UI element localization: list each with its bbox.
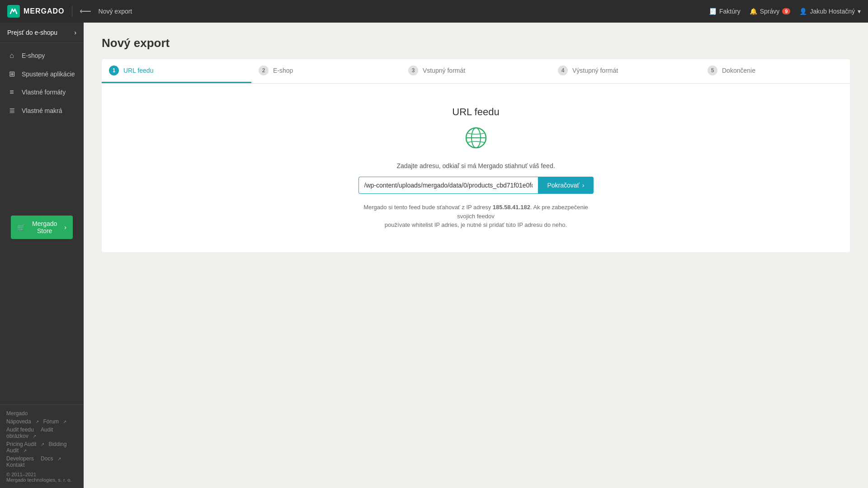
sidebar-nav: ⌂ E-shopy ⊞ Spustené aplikácie ≡ Vlastné…	[0, 43, 84, 206]
footer-kontakt-link[interactable]: Kontakt	[6, 462, 25, 468]
footer-docs-link[interactable]: Docs	[41, 455, 53, 462]
sidebar-item-makra-label: Vlastné makrá	[22, 107, 62, 114]
proceed-button[interactable]: Pokračovať ›	[538, 177, 593, 194]
footer-audit-feedu-link[interactable]: Audit feedu	[6, 427, 34, 433]
bidding-ext-icon	[23, 447, 27, 454]
user-icon: 👤	[799, 8, 807, 15]
step-label-2: E-shop	[273, 67, 293, 74]
step-number-5: 5	[708, 66, 717, 75]
footer-mergado-label: Mergado	[6, 410, 28, 417]
sidebar-item-spustene-label: Spustené aplikácie	[22, 70, 75, 78]
feed-input-row: Pokračovať ›	[359, 177, 594, 194]
napoveda-ext-icon	[35, 418, 39, 425]
go-to-eshop-button[interactable]: Prejsť do e-shopu ›	[0, 23, 84, 43]
proceed-arrow-icon: ›	[582, 182, 585, 189]
back-button[interactable]: ⟵	[80, 6, 91, 16]
proceed-label: Pokračovať	[547, 182, 579, 189]
topbar-right: 🧾 Faktúry 🔔 Správy 9 👤 Jakub Hostačný ▾	[709, 8, 861, 15]
step-tab-2[interactable]: 2 E-shop	[251, 59, 401, 83]
wizard-card: 1 URL feedu 2 E-shop 3 Vstupný formát 4 …	[102, 59, 850, 252]
format-icon: ≡	[7, 88, 16, 96]
footer-napoveda-link[interactable]: Nápoveda	[6, 418, 31, 425]
sidebar-item-formaty-label: Vlastné formáty	[22, 89, 66, 96]
note-ip: 185.58.41.182	[493, 204, 530, 211]
chevron-down-icon: ▾	[858, 8, 861, 15]
spravy-label: Správy	[760, 8, 780, 15]
topbar-page-title: Nový export	[99, 8, 132, 15]
macro-icon: ≣	[7, 106, 16, 115]
wizard-heading: URL feedu	[452, 106, 499, 118]
footer-copyright: © 2011–2021 Mergado technologies, s. r. …	[6, 472, 77, 483]
step-tab-1[interactable]: 1 URL feedu	[102, 59, 251, 83]
wizard-body: URL feedu Zadajte adresu, odkiaľ si má M…	[102, 84, 850, 252]
step-tab-5[interactable]: 5 Dokončenie	[700, 59, 850, 83]
forum-ext-icon	[63, 418, 66, 425]
step-tabs: 1 URL feedu 2 E-shop 3 Vstupný formát 4 …	[102, 59, 850, 84]
step-label-1: URL feedu	[123, 67, 153, 74]
sidebar: Prejsť do e-shopu › ⌂ E-shopy ⊞ Spustené…	[0, 23, 84, 488]
pricing-ext-icon	[41, 441, 44, 447]
go-to-eshop-arrow: ›	[74, 29, 76, 36]
store-label: Mergado Store	[25, 220, 64, 235]
step-number-2: 2	[259, 66, 269, 75]
notification-badge: 9	[782, 8, 790, 14]
company-name: Mergado technologies, s. r. o.	[6, 477, 77, 483]
sidebar-item-eshopy-label: E-shopy	[22, 52, 45, 59]
store-icon: 🛒	[17, 224, 25, 231]
step-number-1: 1	[109, 66, 119, 75]
sidebar-footer: Mergado Nápoveda Fórum Audit feedu Audit…	[0, 404, 84, 488]
sidebar-item-spustene-aplikacie[interactable]: ⊞ Spustené aplikácie	[0, 65, 84, 83]
audit-obrazkov-ext-icon	[33, 433, 36, 439]
step-number-4: 4	[558, 66, 568, 75]
faktury-label: Faktúry	[719, 8, 741, 15]
page-title: Nový export	[102, 36, 850, 50]
step-tab-4[interactable]: 4 Výstupný formát	[551, 59, 700, 83]
step-label-5: Dokončenie	[722, 67, 755, 74]
wizard-note: Mergado si tento feed bude sťahovať z IP…	[363, 203, 589, 230]
faktury-icon: 🧾	[709, 8, 717, 15]
note-text-1: Mergado si tento feed bude sťahovať z IP…	[363, 204, 493, 211]
logo-text: MERGADO	[24, 7, 65, 15]
step-label-4: Výstupný formát	[572, 67, 618, 74]
mergado-store-button[interactable]: 🛒 Mergado Store ›	[11, 216, 73, 239]
sidebar-item-eshopy[interactable]: ⌂ E-shopy	[0, 47, 84, 65]
user-name: Jakub Hostačný	[810, 8, 855, 15]
main-content: Nový export 1 URL feedu 2 E-shop 3 Vstup…	[84, 23, 868, 488]
logo-icon	[7, 5, 20, 18]
topbar-divider	[72, 6, 72, 17]
bell-icon: 🔔	[750, 8, 757, 15]
docs-ext-icon	[57, 455, 61, 462]
step-label-3: Vstupný formát	[423, 67, 465, 74]
step-number-3: 3	[408, 66, 418, 75]
logo[interactable]: MERGADO	[7, 5, 65, 18]
topbar-left: MERGADO ⟵ Nový export	[7, 5, 132, 18]
home-icon: ⌂	[7, 52, 16, 60]
step-tab-3[interactable]: 3 Vstupný formát	[401, 59, 551, 83]
store-arrow: ›	[64, 224, 66, 231]
sidebar-item-vlastne-makra[interactable]: ≣ Vlastné makrá	[0, 101, 84, 120]
grid-icon: ⊞	[7, 70, 16, 78]
copyright-year: © 2011–2021	[6, 472, 77, 477]
note-text-3: používate whitelist IP adries, je nutné …	[385, 221, 567, 228]
spravy-link[interactable]: 🔔 Správy 9	[750, 8, 791, 15]
footer-forum-link[interactable]: Fórum	[43, 418, 59, 425]
sidebar-item-vlastne-formaty[interactable]: ≡ Vlastné formáty	[0, 83, 84, 101]
topbar: MERGADO ⟵ Nový export 🧾 Faktúry 🔔 Správy…	[0, 0, 868, 23]
globe-icon	[465, 127, 487, 153]
user-menu[interactable]: 👤 Jakub Hostačný ▾	[799, 8, 861, 15]
feed-url-input[interactable]	[359, 177, 538, 194]
layout: Prejsť do e-shopu › ⌂ E-shopy ⊞ Spustené…	[0, 23, 868, 488]
wizard-description: Zadajte adresu, odkiaľ si má Mergado sti…	[396, 162, 555, 169]
footer-developers-link[interactable]: Developers	[6, 455, 34, 462]
go-to-eshop-label: Prejsť do e-shopu	[7, 29, 57, 36]
footer-pricing-audit-link[interactable]: Pricing Audit	[6, 441, 37, 447]
faktury-link[interactable]: 🧾 Faktúry	[709, 8, 741, 15]
